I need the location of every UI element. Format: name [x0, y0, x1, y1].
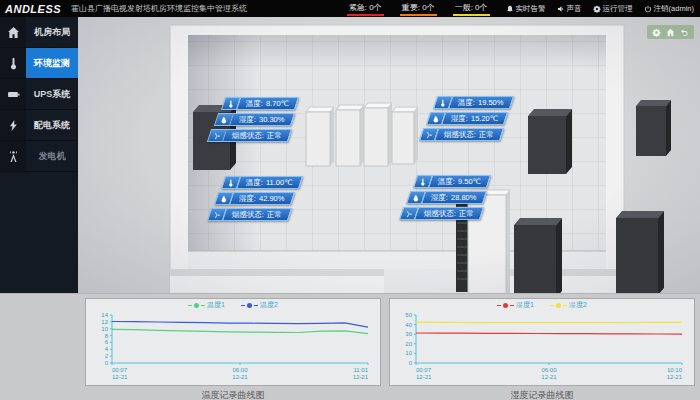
- menu-item-sound[interactable]: 声音: [557, 4, 582, 14]
- charts-strip: 温度1温度20246810121400:0712-2106:0012-2111:…: [0, 293, 700, 400]
- alarm-counters: 紧急: 0个重要: 0个一般: 0个: [347, 1, 490, 16]
- svg-text:00:07: 00:07: [416, 367, 432, 373]
- header-menu: 实时告警声音运行管理注销(admin): [506, 4, 694, 14]
- chart-plot: 0102030405000:0712-2106:0012-2110:1012-2…: [390, 309, 694, 385]
- svg-text:0: 0: [409, 360, 413, 366]
- sensor-row: 湿度:42.90%: [214, 192, 295, 205]
- sidebar-item-label: 发电机: [26, 141, 78, 171]
- gear-icon: [593, 5, 601, 13]
- sidebar-item-env-monitor[interactable]: 环境监测: [0, 48, 78, 79]
- svg-text:12-21: 12-21: [416, 374, 432, 380]
- svg-text:12-21: 12-21: [232, 374, 248, 380]
- menu-item-realtime-alarm[interactable]: 实时告警: [506, 4, 546, 14]
- sidebar-item-generator[interactable]: 发电机: [0, 141, 78, 172]
- thermometer-icon: [439, 99, 447, 107]
- svg-text:14: 14: [101, 312, 108, 318]
- svg-text:30: 30: [405, 331, 412, 337]
- sensor-row: 湿度:28.80%: [406, 191, 487, 204]
- chart-title-humidity: 湿度记录曲线图: [389, 389, 695, 400]
- undo-icon[interactable]: [680, 28, 689, 37]
- home-icon: [7, 26, 20, 39]
- chart-panel-temperature: 温度1温度20246810121400:0712-2106:0012-2111:…: [85, 298, 381, 386]
- sensor-value: 8.70℃: [266, 99, 289, 108]
- sensor-value: 28.80%: [451, 193, 476, 202]
- sensor-label: 温度:: [438, 177, 455, 187]
- sensor-value: 正常: [459, 209, 474, 219]
- sensor-row: 温度:9.50℃: [413, 175, 491, 188]
- menu-item-operation-mgmt[interactable]: 运行管理: [593, 4, 633, 14]
- sidebar-item-label: 机房布局: [26, 17, 78, 47]
- svg-text:10: 10: [101, 326, 108, 332]
- sensor-value: 15.20℃: [471, 114, 498, 123]
- app-title: 霍山县广播电视发射塔机房环境监控集中管理系统: [71, 3, 247, 14]
- svg-text:10: 10: [405, 350, 412, 356]
- sensor-label: 湿度:: [451, 114, 468, 124]
- sensor-value: 19.50%: [478, 98, 503, 107]
- sensor-value: 正常: [479, 130, 494, 140]
- sensor-group-4: 温度:9.50℃湿度:28.80%烟感状态:正常: [415, 175, 489, 223]
- svg-text:00:07: 00:07: [112, 367, 128, 373]
- sensor-label: 温度:: [458, 98, 475, 108]
- svg-text:20: 20: [405, 341, 412, 347]
- sensor-row: 温度:11.00℃: [221, 176, 303, 189]
- alarm-important-count: 0个: [422, 3, 434, 12]
- sensor-value: 正常: [267, 210, 282, 220]
- svg-text:06:00: 06:00: [232, 367, 248, 373]
- lightning-icon: [7, 119, 20, 132]
- alarm-critical-count: 0个: [369, 3, 381, 12]
- sensor-label: 湿度:: [239, 194, 256, 204]
- menu-item-logout[interactable]: 注销(admin): [644, 4, 694, 14]
- svg-text:12-21: 12-21: [541, 374, 557, 380]
- legend-dot: [556, 303, 561, 308]
- legend-dot: [247, 303, 252, 308]
- sensor-value: 正常: [267, 131, 282, 141]
- alarm-general: 一般: 0个: [453, 1, 490, 16]
- legend-dot: [194, 303, 199, 308]
- sensor-label: 湿度:: [431, 193, 448, 203]
- svg-text:40: 40: [405, 322, 412, 328]
- server-rack-bottom-b: [616, 211, 664, 293]
- svg-text:12: 12: [101, 319, 108, 325]
- smoke-icon: [405, 210, 413, 218]
- svg-text:12-21: 12-21: [353, 374, 369, 380]
- sensor-group-2: 温度:19.50%湿度:15.20℃烟感状态:正常: [435, 96, 512, 144]
- alarm-critical: 紧急: 0个: [347, 1, 384, 16]
- humidity-icon: [220, 195, 228, 203]
- sensor-row: 湿度:30.30%: [214, 113, 295, 126]
- humidity-icon: [432, 115, 440, 123]
- server-rack-far-right: [636, 100, 671, 156]
- sensor-row: 烟感状态:正常: [399, 207, 484, 220]
- settings-icon[interactable]: [652, 28, 661, 37]
- room-3d-render: [78, 17, 700, 293]
- sidebar-item-ups-system[interactable]: UPS系统: [0, 79, 78, 110]
- home-icon[interactable]: [666, 28, 675, 37]
- speaker-icon: [557, 5, 565, 13]
- svg-text:2: 2: [105, 353, 109, 359]
- svg-text:12-21: 12-21: [112, 374, 128, 380]
- humidity-icon: [412, 194, 420, 202]
- sensor-group-3: 温度:11.00℃湿度:42.90%烟感状态:正常: [223, 176, 301, 224]
- sidebar-item-room-layout[interactable]: 机房布局: [0, 17, 78, 48]
- sensor-label: 温度:: [246, 99, 263, 109]
- sidebar-item-power-dist[interactable]: 配电系统: [0, 110, 78, 141]
- sensor-row: 温度:8.70℃: [221, 97, 299, 110]
- sensor-label: 温度:: [246, 178, 263, 188]
- sensor-row: 烟感状态:正常: [419, 128, 504, 141]
- svg-text:6: 6: [105, 339, 109, 345]
- server-rack-right-top: [528, 109, 572, 174]
- svg-text:4: 4: [105, 346, 109, 352]
- svg-text:10:10: 10:10: [667, 367, 683, 373]
- sidebar-item-label: 环境监测: [26, 48, 78, 78]
- sensor-label: 烟感状态:: [232, 210, 264, 220]
- room-3d-view[interactable]: 温度:8.70℃湿度:30.30%烟感状态:正常温度:19.50%湿度:15.2…: [78, 17, 700, 293]
- sensor-row: 烟感状态:正常: [207, 129, 292, 142]
- chart-title-temperature: 温度记录曲线图: [85, 389, 381, 400]
- ac-units-row: [306, 103, 418, 166]
- sensor-group-1: 温度:8.70℃湿度:30.30%烟感状态:正常: [223, 97, 297, 145]
- thermometer-icon: [7, 57, 20, 70]
- sensor-label: 烟感状态:: [232, 131, 264, 141]
- svg-text:0: 0: [105, 360, 109, 366]
- svg-text:06:00: 06:00: [541, 367, 557, 373]
- alarm-general-count: 0个: [475, 3, 487, 12]
- alarm-important: 重要: 0个: [400, 1, 437, 16]
